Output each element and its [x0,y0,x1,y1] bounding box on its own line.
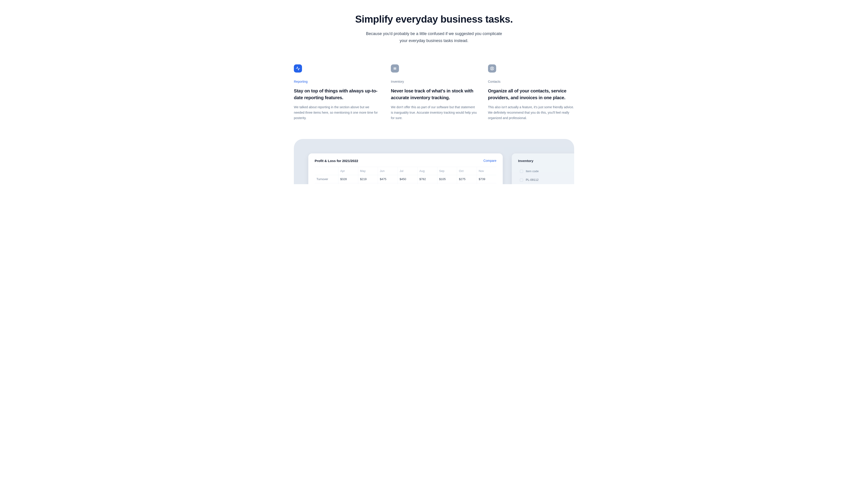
card-title: Inventory [518,159,533,163]
feature-label: Inventory [391,80,477,84]
inventory-card: Inventory Item code Item name PL-09112 D… [512,154,574,184]
checkbox[interactable] [520,170,523,173]
card-title: Profit & Loss for 2021/2022 [315,159,358,163]
table-header: Aug [417,167,437,175]
feature-label: Contacts [488,80,574,84]
feature-title: Stay on top of things with always up-to-… [294,88,380,101]
table-cell: $1,033 [358,183,378,184]
compare-button[interactable]: Compare [483,159,496,162]
feature-tabs: Reporting Stay on top of things with alw… [294,64,574,121]
feature-title: Organize all of your contacts, service p… [488,88,574,101]
table-cell: $275 [457,175,477,183]
table-header: Item name [573,167,574,176]
table-row: PL-09112 Digital Stap [518,176,574,184]
table-cell: $475 [378,175,398,183]
table-header: Jul [398,167,417,175]
checkbox[interactable] [520,179,523,182]
feature-label: Reporting [294,80,380,84]
table-cell: $6,410 [398,183,417,184]
table-header: May [358,167,378,175]
section-subtitle: Because you'd probably be a little confu… [362,30,506,44]
feature-description: We don't offer this as part of our softw… [391,105,477,121]
table-cell: $8,006 [457,183,477,184]
table-cell: PL-09112 [526,178,538,182]
profit-loss-card: Profit & Loss for 2021/2022 Compare Apr … [308,154,503,184]
table-header: Sep [437,167,457,175]
table-cell: $1,892 [378,183,398,184]
feature-tab-contacts[interactable]: Contacts Organize all of your contacts, … [488,64,574,121]
table-cell: $105 [437,175,457,183]
feature-description: This also isn't actually a feature, it's… [488,105,574,121]
table-cell: $219 [358,175,378,183]
table-cell: $782 [417,175,437,183]
table-cell: $450 [398,175,417,183]
table-cell: $6,513 [338,183,358,184]
table-cell: $8,017 [417,183,437,184]
preview-panel: Profit & Loss for 2021/2022 Compare Apr … [294,139,574,184]
svg-point-4 [491,68,493,69]
table-row: Turnover $328 $219 $475 $450 $782 $105 $… [315,175,496,183]
table-header: Jun [378,167,398,175]
table-header: Oct [457,167,477,175]
inventory-table: Item code Item name PL-09112 Digital Sta… [518,167,574,184]
user-circle-icon [488,64,496,72]
table-header: Nov [477,167,496,175]
row-label: Turnover [315,175,338,183]
feature-title: Never lose track of what's in stock with… [391,88,477,101]
feature-tab-inventory[interactable]: Inventory Never lose track of what's in … [391,64,477,121]
table-cell: Digital Stap [573,176,574,184]
list-icon [391,64,399,72]
row-label: Sales [315,183,338,184]
feature-description: We talked about reporting in the section… [294,105,380,121]
section-heading: Simplify everyday business tasks. [294,13,574,25]
table-header: Apr [338,167,358,175]
table-cell: $2,109 [437,183,457,184]
table-cell: $328 [338,175,358,183]
table-cell: $739 [477,175,496,183]
table-header: Item code [526,169,539,173]
activity-icon [294,64,302,72]
table-cell: $2,900 [477,183,496,184]
table-row: Sales $6,513 $1,033 $1,892 $6,410 $8,017… [315,183,496,184]
feature-tab-reporting[interactable]: Reporting Stay on top of things with alw… [294,64,380,121]
profit-loss-table: Apr May Jun Jul Aug Sep Oct Nov Turnover [315,167,496,184]
